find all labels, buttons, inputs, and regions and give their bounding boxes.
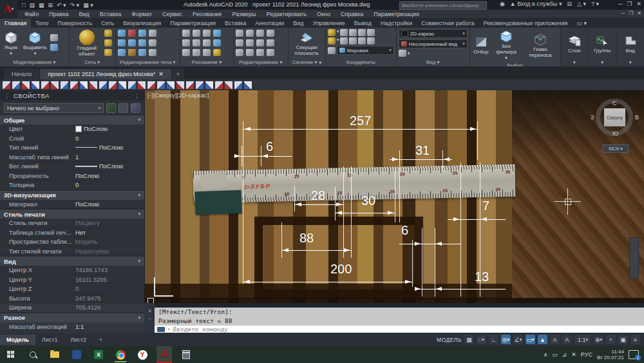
- dimension-text[interactable]: 30: [361, 193, 375, 208]
- volume-muted-icon[interactable]: ✕: [571, 351, 576, 358]
- dimension-line[interactable]: [399, 244, 460, 244]
- prop-row[interactable]: Слой0: [0, 134, 144, 144]
- dimension-line[interactable]: [294, 204, 343, 205]
- search-icon[interactable]: ◉: [500, 1, 505, 7]
- viewport-controls-label[interactable]: [-][Сверху][2D-каркас]: [147, 92, 209, 99]
- coords-row2[interactable]: ▾: [328, 37, 394, 44]
- dimension-text[interactable]: 13: [475, 270, 489, 284]
- viewcube-south[interactable]: Ю: [612, 130, 618, 137]
- search-input[interactable]: Введите ключевое слово/фразу: [399, 1, 487, 10]
- prop-row[interactable]: Высота247.9475: [0, 294, 144, 304]
- autocad-taskbar-button[interactable]: A: [156, 346, 172, 363]
- dimension-text[interactable]: 6: [266, 139, 273, 154]
- prop-row[interactable]: Центр Z0: [0, 284, 144, 294]
- file-tab-start[interactable]: Начало: [4, 69, 39, 79]
- wcs-dropdown[interactable]: Мировая▾: [337, 46, 394, 55]
- toolbar-icon[interactable]: [22, 81, 30, 89]
- panel-groups-collapsed[interactable]: Группы ▾: [589, 28, 616, 66]
- quick-select-icon[interactable]: [131, 103, 140, 113]
- prop-row[interactable]: Ширина705.4126: [0, 303, 144, 313]
- tray-expand-icon[interactable]: ∧: [544, 351, 548, 358]
- open-file-icon[interactable]: ▤: [29, 2, 35, 8]
- toolbar-icon[interactable]: [138, 81, 146, 89]
- prop-row[interactable]: Центр Y16111.3205: [0, 275, 144, 285]
- prop-row[interactable]: Стиль печатиПоЦвету: [0, 219, 144, 228]
- dimension-line[interactable]: [419, 289, 506, 289]
- tab-collaborate[interactable]: Совместная работа: [417, 19, 478, 28]
- viewcube-west[interactable]: З: [591, 114, 594, 121]
- action-center-button[interactable]: 1: [629, 350, 639, 359]
- panel-label-view[interactable]: Вид ▾: [397, 59, 469, 66]
- toolbar-icon[interactable]: [109, 81, 117, 89]
- tab-addins[interactable]: Надстройки: [376, 19, 417, 28]
- doc-minimize-button[interactable]: ─: [621, 10, 625, 16]
- culling-button[interactable]: Отбор: [472, 35, 490, 55]
- layout-tab-sheet1[interactable]: Лист1: [35, 335, 64, 345]
- autocad-app-menu[interactable]: A▾: [0, 0, 17, 18]
- new-file-icon[interactable]: □: [22, 2, 25, 8]
- dimension-line[interactable]: [281, 250, 351, 251]
- toolbar-icon[interactable]: [118, 81, 126, 89]
- workspace-switch-icon[interactable]: ⊕▾: [594, 335, 603, 344]
- object-snap-icon[interactable]: ▭▾: [526, 335, 535, 344]
- toolbar-icon[interactable]: [176, 81, 184, 89]
- viewport-config-button[interactable]: ▾: [399, 50, 468, 57]
- doc-restore-button[interactable]: ❐: [629, 10, 633, 16]
- prop-row[interactable]: Масштаб типа линий1: [0, 153, 144, 162]
- toolbar-icon[interactable]: [32, 81, 39, 89]
- help-icon[interactable]: ? ▾: [591, 1, 599, 7]
- layout-tab-add[interactable]: +: [93, 335, 109, 345]
- isolate-objects-icon[interactable]: ▣: [618, 335, 628, 344]
- section-plot-style[interactable]: Стиль печати▾: [0, 209, 144, 219]
- section-3d-visualization[interactable]: 3D-визуализация▾: [0, 190, 144, 200]
- gizmo-button[interactable]: Гизмо переноса: [523, 32, 558, 58]
- menu-format[interactable]: Формат: [126, 11, 157, 17]
- extrude-button[interactable]: Выдавить▾: [22, 30, 48, 56]
- wcs-button[interactable]: МСК▾: [603, 144, 629, 153]
- menu-draw[interactable]: Рисование: [187, 11, 227, 17]
- box-button[interactable]: Ящик▾: [2, 30, 20, 56]
- dimension-line[interactable]: [335, 213, 395, 213]
- menu-help[interactable]: Справка: [336, 11, 368, 17]
- prop-row[interactable]: МатериалПоСлою: [0, 200, 144, 210]
- yandex-browser-button[interactable]: Y: [135, 347, 150, 362]
- tab-insert[interactable]: Вставка: [220, 19, 251, 28]
- annotation-monitor-icon[interactable]: +: [606, 335, 616, 344]
- tab-featured-apps[interactable]: Рекомендованные приложения: [479, 19, 573, 28]
- doc-close-button[interactable]: ✕: [637, 10, 641, 16]
- section-plane-button[interactable]: Секущая плоскость: [290, 30, 323, 56]
- toolbar-icon[interactable]: [128, 81, 136, 89]
- toolbar-icon[interactable]: [186, 81, 194, 89]
- toolbar-icon[interactable]: [41, 81, 49, 89]
- draw-icons[interactable]: [182, 30, 222, 57]
- menu-dimension[interactable]: Размеры: [227, 11, 261, 17]
- toggle-pickadd-icon[interactable]: [106, 103, 116, 113]
- command-icon[interactable]: [157, 327, 165, 332]
- excel-button[interactable]: X: [91, 347, 106, 362]
- viewcube-east[interactable]: В: [635, 114, 639, 121]
- tab-visualize[interactable]: Визуализация: [118, 19, 166, 28]
- menu-insert[interactable]: Вставка: [95, 11, 126, 17]
- prop-row[interactable]: Вес линийПоСлою: [0, 162, 144, 172]
- new-tab-button[interactable]: +: [172, 69, 184, 79]
- autodesk-360-icon[interactable]: △ ▾: [577, 1, 586, 7]
- prop-row[interactable]: ПрозрачностьПоСлою: [0, 172, 144, 181]
- dimension-line[interactable]: [243, 129, 477, 130]
- toolbar-icon[interactable]: [12, 81, 20, 89]
- panel-label-modify[interactable]: Редактирование ▾: [234, 59, 288, 66]
- toolbar-icon[interactable]: [225, 81, 232, 89]
- select-objects-icon[interactable]: [118, 103, 128, 113]
- dimension-text[interactable]: 31: [415, 143, 430, 158]
- tab-surface[interactable]: Поверхность: [53, 19, 97, 28]
- minimize-button[interactable]: ─: [618, 1, 622, 7]
- tab-annotate[interactable]: Аннотации: [251, 19, 289, 28]
- snap-icon[interactable]: ∷▾: [477, 335, 486, 344]
- tab-manage[interactable]: Управление: [308, 19, 350, 28]
- menu-file[interactable]: Файл: [19, 11, 44, 17]
- tab-mesh[interactable]: Сеть: [97, 19, 118, 28]
- toolbar-icon[interactable]: [244, 81, 252, 89]
- close-button[interactable]: ✕: [636, 1, 641, 7]
- properties-header[interactable]: ⋮ СВОЙСТВА ⋮: [0, 90, 144, 101]
- toolbar-icon[interactable]: [196, 81, 204, 89]
- viewcube-north[interactable]: С: [612, 100, 617, 106]
